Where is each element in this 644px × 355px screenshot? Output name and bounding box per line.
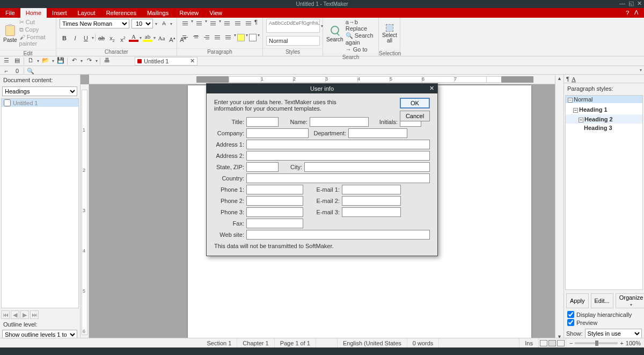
char-more-caret-icon[interactable]: ▾ xyxy=(170,21,172,26)
outline-item[interactable]: Untitled 1 xyxy=(2,99,78,107)
email2-field[interactable] xyxy=(342,196,401,206)
bullets-button[interactable] xyxy=(180,19,190,28)
address1-field[interactable] xyxy=(246,140,430,149)
content-category-select[interactable]: Headings xyxy=(2,86,77,96)
numbering-caret-icon[interactable]: ▾ xyxy=(205,19,207,28)
city-field[interactable] xyxy=(304,162,430,172)
subscript-button[interactable]: x2 xyxy=(107,33,117,42)
search-again-button[interactable]: 🔍 Search again xyxy=(346,32,375,46)
justify-button[interactable] xyxy=(213,33,222,42)
outdent-button[interactable] xyxy=(222,19,232,28)
cancel-button[interactable]: Cancel xyxy=(400,111,430,121)
outline-last-button[interactable]: ⏭ xyxy=(30,310,39,319)
bullets-caret-icon[interactable]: ▾ xyxy=(191,19,193,28)
highlight-button[interactable]: ab xyxy=(143,33,152,42)
status-section[interactable]: Section 1 xyxy=(201,338,237,347)
font-size-caret-icon[interactable]: ▾ xyxy=(155,21,157,26)
tab-mailings[interactable]: Mailings xyxy=(142,8,174,18)
dialog-close-icon[interactable]: ✕ xyxy=(428,84,435,92)
outline-item-checkbox[interactable] xyxy=(4,99,11,106)
borders-caret[interactable]: ▾ xyxy=(258,33,260,42)
view-mode-normal-icon[interactable] xyxy=(540,340,547,346)
address2-field[interactable] xyxy=(246,151,430,161)
zoom-tool-icon[interactable]: 🔍 xyxy=(26,67,35,74)
change-case-button[interactable]: Aa xyxy=(157,33,166,42)
font-color-button[interactable]: A xyxy=(129,33,138,42)
multilevel-button[interactable] xyxy=(208,19,218,28)
qa-undo-icon[interactable]: ↶ xyxy=(70,57,78,66)
phone1-field[interactable] xyxy=(246,185,303,194)
tab-view[interactable]: View xyxy=(204,8,228,18)
pilcrow-icon[interactable]: ¶ xyxy=(566,76,569,82)
scroll-up-icon[interactable]: ▲ xyxy=(556,75,563,82)
select-all-button[interactable]: Select all xyxy=(382,19,397,49)
email1-field[interactable] xyxy=(342,185,401,194)
linespacing-caret[interactable]: ▾ xyxy=(234,33,236,42)
collapse-ribbon-icon[interactable]: ᐱ xyxy=(634,9,639,16)
line-spacing-button[interactable] xyxy=(223,33,233,42)
email3-field[interactable] xyxy=(342,207,401,217)
paste-button[interactable]: Paste xyxy=(3,19,17,49)
vertical-ruler[interactable]: 1 2 3 4 5 6 xyxy=(80,84,89,340)
font-name-select[interactable]: Times New Roman xyxy=(60,19,129,28)
company-field[interactable] xyxy=(246,128,309,138)
copy-button[interactable]: ⧉ Copy xyxy=(19,26,53,33)
style-preview[interactable]: AaBbCcDdEeFfGgHhIiJj xyxy=(266,19,320,33)
title-field[interactable] xyxy=(246,117,279,127)
grow-font-button[interactable]: A▴ xyxy=(167,33,177,42)
style-normal[interactable]: −Normal xyxy=(566,96,642,103)
style-heading3[interactable]: Heading 3 xyxy=(566,124,642,132)
zoom-level[interactable]: 100% xyxy=(626,340,641,346)
phone3-field[interactable] xyxy=(246,207,303,217)
pilcrow-button[interactable]: ¶ xyxy=(254,19,258,28)
status-page[interactable]: Page 1 of 1 xyxy=(275,338,316,347)
status-language[interactable]: English (United States xyxy=(338,338,407,347)
display-hier-checkbox[interactable]: Display hierarchically xyxy=(564,310,644,318)
align-left-button[interactable] xyxy=(180,33,190,42)
minimize-icon[interactable]: — xyxy=(619,0,625,7)
view-mode-outline-icon[interactable] xyxy=(557,340,565,346)
maximize-icon[interactable]: ◱ xyxy=(628,0,634,7)
align-right-button[interactable] xyxy=(202,33,211,42)
style-edit-button[interactable]: Edit... xyxy=(591,293,613,308)
department-field[interactable] xyxy=(348,128,407,138)
phone2-field[interactable] xyxy=(246,196,303,206)
qa-caret2[interactable]: ▾ xyxy=(52,59,54,63)
tab-file[interactable]: File xyxy=(0,8,20,18)
state-field[interactable] xyxy=(246,162,279,172)
vertical-scrollbar[interactable]: ▲ ▼ xyxy=(555,75,564,340)
superscript-button[interactable]: x2 xyxy=(118,33,128,42)
outline-next-button[interactable]: ▶ xyxy=(20,310,29,319)
qa-newdoc-icon[interactable]: 🗋 xyxy=(26,57,35,66)
search-button[interactable]: Search xyxy=(326,19,343,49)
tab-layout[interactable]: Layout xyxy=(72,8,101,18)
style-heading1[interactable]: −Heading 1 xyxy=(566,103,642,114)
fax-field[interactable] xyxy=(246,219,303,228)
style-apply-button[interactable]: Apply xyxy=(566,293,589,308)
name-field[interactable] xyxy=(310,117,369,127)
help-icon[interactable]: ? xyxy=(626,10,629,16)
style-current[interactable]: Normal xyxy=(266,36,320,46)
zoom-in-button[interactable]: + xyxy=(620,340,623,346)
strike-button[interactable]: ab xyxy=(97,33,106,42)
tab-review[interactable]: Review xyxy=(174,8,204,18)
shading-caret[interactable]: ▾ xyxy=(246,33,248,42)
outline-prev-button[interactable]: ◀ xyxy=(11,310,19,319)
char-style-icon[interactable]: A xyxy=(572,76,576,82)
qa-save-icon[interactable]: 💾 xyxy=(56,57,65,66)
replace-button[interactable]: a→b Replace xyxy=(346,19,375,32)
style-heading2[interactable]: −Heading 2 xyxy=(566,114,642,124)
document-tab[interactable]: Untitled 1 ✕ xyxy=(135,57,197,66)
format-painter-button[interactable]: 🖌 Format painter xyxy=(19,34,53,47)
goto-button[interactable]: → Go to xyxy=(346,46,375,53)
qa-print-icon[interactable]: 🖶 xyxy=(103,57,111,66)
qa-caret4[interactable]: ▾ xyxy=(96,59,98,63)
status-wordcount[interactable]: 0 words xyxy=(407,338,440,347)
numbering-button[interactable] xyxy=(194,19,204,28)
underline-button[interactable]: U xyxy=(81,33,91,42)
highlight-caret-icon[interactable]: ▾ xyxy=(153,35,156,40)
indent-button[interactable] xyxy=(233,19,243,28)
preview-checkbox[interactable]: Preview xyxy=(564,318,644,327)
tab-insert[interactable]: Insert xyxy=(47,8,72,18)
ok-button[interactable]: OK xyxy=(400,98,430,108)
